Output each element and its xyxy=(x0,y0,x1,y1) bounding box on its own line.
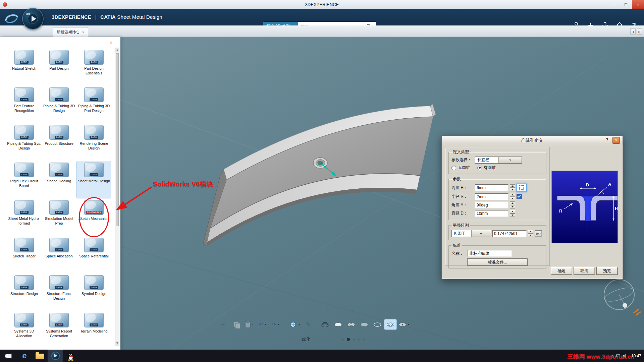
app-item[interactable]: CATIA Piping & Tubing 3D Part Design xyxy=(76,86,111,123)
app-item[interactable]: CATIA Product Structure xyxy=(42,123,76,161)
view-style-edges-button[interactable] xyxy=(345,319,357,329)
app-item[interactable]: CATIA Terrain Modeling xyxy=(76,311,111,349)
app-item[interactable]: CATIA Rigid Flex Circuit Board xyxy=(7,161,42,198)
page-dot[interactable] xyxy=(358,339,360,341)
minimize-button[interactable]: – xyxy=(608,0,620,9)
cancel-button[interactable]: 取消 xyxy=(574,267,595,275)
diameter-spinner[interactable] xyxy=(510,210,515,217)
app-item[interactable]: CATIA Shape Healing xyxy=(42,161,76,198)
diameter-input[interactable] xyxy=(475,210,508,217)
maximize-button[interactable]: □ xyxy=(620,0,632,9)
page-dot-active[interactable] xyxy=(347,338,350,341)
app-item[interactable]: CATIA Part Design Essentials xyxy=(76,48,111,86)
3dexperience-compass[interactable]: 3D xyxy=(22,8,44,29)
app-item[interactable]: CATIA Simulation Model Prep xyxy=(42,198,76,236)
copy-button[interactable] xyxy=(230,319,242,329)
app-icon: CATIA xyxy=(84,87,104,102)
paste-button[interactable] xyxy=(243,319,255,329)
tab-new-tab[interactable]: 新建选项卡1 × xyxy=(53,27,88,37)
view-gyro[interactable] xyxy=(603,280,635,310)
chevron-down-icon[interactable] xyxy=(471,230,491,237)
radio-no-cone[interactable]: 无圆锥 xyxy=(451,165,470,171)
view-style-wireframe-button[interactable] xyxy=(371,319,383,329)
sketch-annotation-button[interactable]: ✎ xyxy=(302,319,314,329)
page-dots[interactable] xyxy=(342,338,365,341)
k-value-spinner[interactable] xyxy=(528,230,533,237)
redo-button[interactable]: ↷ xyxy=(269,319,281,329)
app-item[interactable]: CATIA Space Allocation xyxy=(42,236,76,274)
app-item[interactable]: CATIA Rendering Scene Design xyxy=(76,123,111,161)
radius-checkbox[interactable] xyxy=(517,194,522,199)
start-button[interactable] xyxy=(0,350,17,362)
app-item[interactable]: CATIA Part Feature Recognition xyxy=(7,86,42,123)
app-icon: CATIA xyxy=(49,163,69,177)
radius-spinner[interactable] xyxy=(510,193,515,200)
app-label: Piping & Tubing 3D Design xyxy=(42,104,76,113)
tabs-scroll-left-button[interactable]: ◂ xyxy=(630,28,636,35)
app-item[interactable]: CATIA Sheet Metal Hydro-formed xyxy=(7,198,42,236)
angle-spinner[interactable] xyxy=(510,201,515,208)
app-item[interactable]: CATIA Structure Design xyxy=(7,274,42,311)
app-item[interactable]: CATIA Sketch Tracer xyxy=(7,236,42,274)
view-style-more-button[interactable] xyxy=(397,319,411,329)
formula-button[interactable]: f(x) xyxy=(535,230,542,237)
height-input[interactable] xyxy=(475,184,508,191)
radio-with-cone[interactable]: 有圆锥 xyxy=(477,165,496,171)
taskbar-ie-button[interactable]: e xyxy=(17,350,32,362)
page-dot[interactable] xyxy=(353,339,355,341)
ok-button[interactable]: 确定 xyxy=(551,267,572,275)
app-item[interactable]: SOLIDWORKS Sketch Mechanism xyxy=(76,198,111,236)
parameters-legend: 参数 xyxy=(451,176,462,182)
view-manipulation-button[interactable] xyxy=(288,319,301,329)
app-item[interactable]: CATIA Piping & Tubing 3D Design xyxy=(42,86,76,123)
tab-label: 新建选项卡1 xyxy=(57,29,79,35)
view-style-shaded-button[interactable] xyxy=(332,319,344,329)
k-factor-combo[interactable]: K 因子 xyxy=(451,230,491,237)
scroll-up-icon[interactable] xyxy=(115,48,119,52)
dialog-titlebar[interactable]: 凸缘孔定义 ? × xyxy=(442,136,623,145)
app-item[interactable]: CATIA Structure Func. Design xyxy=(42,274,76,311)
app-item[interactable]: CATIA Space Referential xyxy=(76,236,111,274)
qq-penguin-icon xyxy=(66,351,75,361)
shaded-disc-icon xyxy=(334,321,342,328)
dimension-reference-button[interactable] xyxy=(517,184,527,192)
k-value-input[interactable] xyxy=(492,230,527,237)
taskbar-explorer-button[interactable] xyxy=(32,350,48,362)
dialog-close-button[interactable]: × xyxy=(612,137,620,144)
app-item[interactable]: CATIA Part Design xyxy=(42,48,76,86)
view-style-stack-button[interactable] xyxy=(319,319,331,329)
close-button[interactable]: × xyxy=(632,0,644,9)
preview-button[interactable]: 预览 xyxy=(596,267,618,275)
scrollbar-thumb[interactable] xyxy=(116,53,119,226)
angle-input[interactable] xyxy=(475,202,508,208)
chevron-down-icon[interactable] xyxy=(498,157,522,163)
scroll-down-icon[interactable] xyxy=(115,341,119,345)
param-select-combo[interactable]: 长直径 xyxy=(475,157,522,164)
dialog-help-button[interactable]: ? xyxy=(604,137,610,142)
app-icon: CATIA xyxy=(14,313,34,327)
app-item[interactable]: CATIA Systems Report Generation xyxy=(42,311,76,349)
page-dot[interactable] xyxy=(342,339,344,341)
view-style-hidden-edges-button[interactable] xyxy=(358,319,370,329)
taskbar-3dexperience-button[interactable] xyxy=(48,350,63,362)
tab-close-icon[interactable]: × xyxy=(82,30,84,34)
apps-scrollbar[interactable] xyxy=(115,48,119,346)
app-item[interactable]: CATIA Natural Sketch xyxy=(7,48,42,86)
radius-input[interactable] xyxy=(475,193,508,200)
name-input[interactable] xyxy=(468,250,512,257)
cut-button[interactable]: ✂ xyxy=(217,319,229,329)
app-icon: SOLIDWORKS xyxy=(84,200,104,215)
app-item[interactable]: CATIA Piping & Tubing Sys. Design xyxy=(7,123,42,161)
app-item[interactable]: CATIA Sheet Metal Design xyxy=(76,161,111,198)
height-spinner[interactable] xyxy=(510,184,515,191)
app-item[interactable]: CATIA Systems 3D Allocation xyxy=(7,311,42,349)
undo-button[interactable]: ↶ xyxy=(256,319,268,329)
panel-close-button[interactable]: × xyxy=(109,40,112,45)
standard-file-button[interactable]: 标准文件... xyxy=(467,258,528,266)
page-dot[interactable] xyxy=(363,339,365,341)
optimize-label[interactable]: 优化 xyxy=(302,337,310,343)
taskbar-qq-button[interactable] xyxy=(63,350,78,362)
app-item[interactable]: CATIA Symbol Design xyxy=(76,274,111,311)
tabs-scroll-right-button[interactable]: ▸ xyxy=(637,28,642,35)
view-style-current-button[interactable] xyxy=(384,319,396,329)
